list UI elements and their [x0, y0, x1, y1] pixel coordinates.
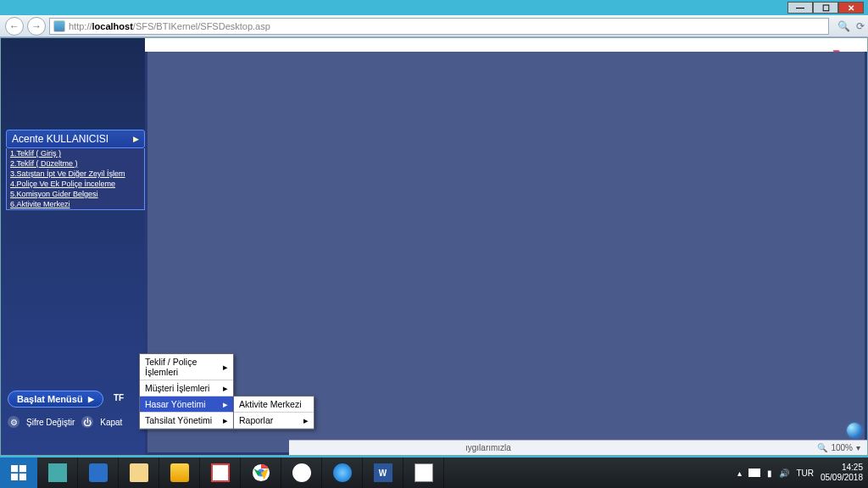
svg-rect-2	[11, 474, 18, 480]
sidebar-panel-list: 1.Teklif ( Giriş ) 2.Teklif ( Düzeltme )…	[6, 148, 145, 210]
url-host: localhost	[92, 21, 133, 31]
chevron-right-icon: ▸	[223, 399, 228, 409]
page: QUICK❯ Acente KULLANICISI ▶ 1.Teklif ( G…	[0, 37, 868, 456]
chevron-right-icon: ▸	[223, 362, 228, 372]
tray-flag-icon[interactable]	[748, 469, 760, 477]
workspace-body	[145, 52, 867, 455]
menu-item-label: Tahsilat Yönetimi	[145, 415, 212, 425]
status-bar: ıygılarımızla 🔍 100% ▾	[289, 440, 867, 455]
chevron-right-icon: ▶	[88, 395, 94, 403]
menu-item[interactable]: Müşteri İşlemleri▸	[140, 380, 233, 396]
change-password-link[interactable]: Şifre Değiştir	[26, 418, 75, 427]
gear-icon: ⚙	[8, 416, 19, 428]
menu-item-label: Aktivite Merkezi	[239, 399, 302, 409]
menu-item-label: Raporlar	[239, 415, 273, 425]
tray-clock[interactable]: 14:25 05/09/2018	[821, 463, 863, 483]
refresh-icon[interactable]: ⟳	[856, 20, 865, 32]
taskbar-ie[interactable]	[322, 458, 363, 488]
tray-network-icon[interactable]: ▮	[767, 469, 772, 478]
menu-item-label: Teklif / Poliçe İşlemleri	[145, 357, 223, 377]
workspace: ıygılarımızla 🔍 100% ▾	[145, 52, 867, 455]
zoom-level: 100%	[831, 443, 853, 452]
sidebar-panel-title: Acente KULLANICISI	[12, 133, 108, 145]
submenu-item[interactable]: Raporlar▸	[234, 413, 314, 429]
chrome-icon	[252, 463, 270, 482]
menu-item-label: Müşteri İşlemleri	[145, 383, 209, 393]
tray-chevron-up-icon[interactable]: ▴	[737, 469, 742, 478]
globe-icon	[847, 423, 862, 438]
zoom-dropdown-icon[interactable]: ▾	[856, 443, 860, 452]
power-icon: ⏻	[81, 416, 93, 428]
chevron-right-icon: ▸	[223, 415, 228, 425]
chevron-right-icon: ▶	[133, 135, 139, 143]
start-menu-button[interactable]: Başlat Menüsü ▶	[8, 391, 103, 408]
sidebar-item[interactable]: 6.Aktivite Merkezi	[7, 199, 144, 209]
url-path: /SFS/BTIKernel/SFSDesktop.asp	[133, 21, 270, 31]
chevron-right-icon: ▸	[303, 415, 309, 425]
browser-toolbar: ← → http://localhost/SFS/BTIKernel/SFSDe…	[0, 15, 868, 37]
menu-item[interactable]: Hasar Yönetimi▸	[140, 396, 233, 413]
menu-item-label: Hasar Yönetimi	[145, 399, 206, 409]
taskbar-word[interactable]: W	[363, 458, 403, 488]
taskbar-explorer[interactable]	[119, 458, 159, 488]
sidebar-panel-header[interactable]: Acente KULLANICISI ▶	[6, 130, 145, 148]
url-prefix: http://	[69, 21, 92, 31]
taskbar-app[interactable]	[159, 458, 200, 488]
sidebar-item[interactable]: 2.Teklif ( Düzeltme )	[7, 158, 144, 169]
tray-time: 14:25	[821, 463, 863, 473]
submenu-item[interactable]: Aktivite Merkezi	[234, 396, 314, 413]
window-close-button[interactable]: ✕	[838, 2, 864, 14]
ie-favicon-icon	[53, 20, 65, 32]
svg-rect-3	[19, 474, 26, 480]
taskbar-app[interactable]	[200, 458, 241, 488]
taskbar: W ▴ ▮ 🔊 TUR 14:25 05/09/2018	[0, 458, 868, 488]
taskbar-chrome[interactable]	[241, 458, 281, 488]
chevron-right-icon: ▸	[223, 383, 228, 393]
sidebar-item[interactable]: 1.Teklif ( Giriş )	[7, 148, 144, 158]
tray-language[interactable]: TUR	[796, 469, 814, 478]
search-icon[interactable]: 🔍	[837, 20, 850, 32]
sidebar: Acente KULLANICISI ▶ 1.Teklif ( Giriş ) …	[1, 38, 145, 455]
tray-date: 05/09/2018	[821, 473, 863, 483]
sidebar-item[interactable]: 4.Poliçe Ve Ek Poliçe İnceleme	[7, 179, 144, 189]
nav-forward-button[interactable]: →	[27, 17, 46, 36]
status-text: ıygılarımızla	[465, 443, 511, 452]
zoom-icon[interactable]: 🔍	[817, 443, 827, 452]
windows-start-button[interactable]	[0, 458, 37, 488]
svg-rect-1	[19, 465, 26, 472]
close-link[interactable]: Kapat	[100, 418, 122, 427]
menu-item[interactable]: Tahsilat Yönetimi▸	[140, 413, 233, 429]
taskbar-app[interactable]	[78, 458, 119, 488]
address-bar[interactable]: http://localhost/SFS/BTIKernel/SFSDeskto…	[49, 18, 829, 35]
start-menu-label: Başlat Menüsü	[17, 394, 83, 404]
svg-rect-0	[11, 465, 18, 472]
taskbar-paint[interactable]	[403, 458, 444, 488]
windows-logo-icon	[11, 465, 26, 480]
window-maximize-button[interactable]: ☐	[813, 2, 838, 14]
menu-item[interactable]: Teklif / Poliçe İşlemleri▸	[140, 354, 233, 380]
taskbar-app[interactable]	[37, 458, 78, 488]
start-menu-popup: Teklif / Poliçe İşlemleri▸ Müşteri İşlem…	[139, 353, 234, 430]
start-submenu-popup: Aktivite Merkezi Raporlar▸	[233, 396, 314, 430]
window-minimize-button[interactable]: —	[787, 2, 813, 14]
sidebar-item[interactable]: 3.Satıştan İpt Ve Diğer Zeyil İşlem	[7, 169, 144, 179]
taskbar-app[interactable]	[281, 458, 322, 488]
tray-volume-icon[interactable]: 🔊	[779, 469, 789, 478]
system-tray: ▴ ▮ 🔊 TUR 14:25 05/09/2018	[732, 458, 868, 488]
nav-back-button[interactable]: ←	[5, 17, 24, 36]
sidebar-item[interactable]: 5.Komisyon Gider Belgesi	[7, 189, 144, 199]
